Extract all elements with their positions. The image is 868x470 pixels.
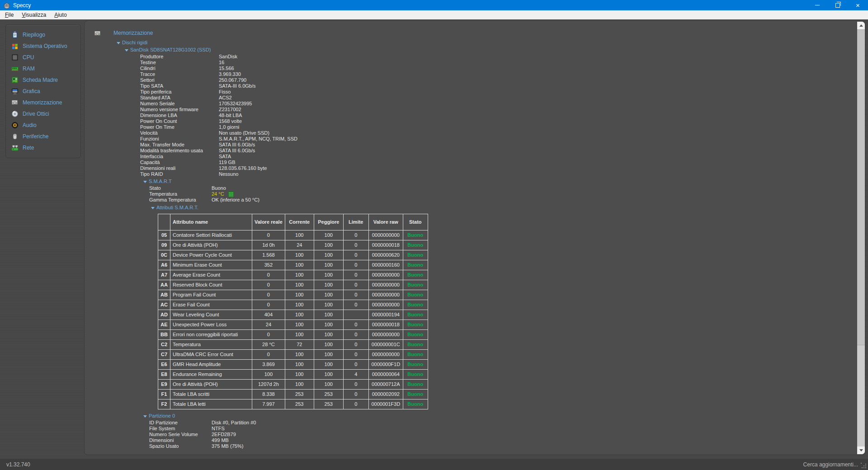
menu-aiuto[interactable]: Aiuto	[50, 11, 71, 19]
sidebar-item-memorizzazione[interactable]: Memorizzazione	[6, 97, 80, 108]
property-label: Dimensioni reali	[140, 165, 219, 171]
property-row-file-system: File SystemNTFS	[149, 426, 857, 432]
attr-name: Wear Leveling Count	[170, 310, 252, 320]
smart-attribute-row: C2Temperatura28 °C721000000000001CBuono	[158, 340, 428, 350]
attr-name: Ore di Attività (POH)	[170, 380, 252, 390]
check-updates-link[interactable]: Cerca aggiornamenti...	[803, 461, 858, 468]
attr-value: 100	[285, 350, 314, 360]
attr-status: Buono	[403, 260, 428, 270]
attr-value: 253	[285, 400, 314, 409]
attr-value: 0000000000	[368, 330, 403, 340]
attr-id: AA	[158, 280, 170, 290]
restore-button[interactable]	[827, 0, 848, 10]
attr-value: 100	[314, 370, 343, 380]
attr-name: UltraDMA CRC Error Count	[170, 350, 252, 360]
close-button[interactable]: ×	[848, 0, 868, 10]
attr-value: 352	[252, 260, 285, 270]
scroll-down-button[interactable]	[857, 446, 865, 454]
attr-id: A6	[158, 260, 170, 270]
close-icon: ×	[856, 2, 860, 9]
storage-icon	[94, 29, 101, 37]
menu-file[interactable]: File	[1, 11, 18, 19]
tree-node-smart[interactable]: S.M.A.R.T	[143, 178, 857, 184]
attr-id: BB	[158, 330, 170, 340]
sidebar-item-periferiche[interactable]: Periferiche	[6, 131, 80, 142]
attr-value: 0000000000	[368, 270, 403, 280]
clipboard-icon	[11, 31, 19, 38]
vertical-scrollbar[interactable]	[857, 22, 865, 454]
sidebar-item-label: Riepilogo	[23, 32, 45, 38]
property-value: 24 °C	[212, 191, 234, 197]
scroll-up-button[interactable]	[857, 22, 865, 29]
sidebar-item-label: Rete	[23, 145, 34, 151]
tree-node-partizione-0[interactable]: Partizione 0	[143, 413, 857, 419]
attr-name: Device Power Cycle Count	[170, 250, 252, 260]
attr-value: 100	[285, 320, 314, 330]
attr-value: 100	[314, 330, 343, 340]
sidebar-item-label: Scheda Madre	[23, 77, 58, 83]
attr-status: Buono	[403, 380, 428, 390]
sidebar-item-cpu[interactable]: CPU	[6, 52, 80, 63]
attr-value: 0	[252, 230, 285, 240]
property-label: ID Partizione	[149, 420, 212, 426]
disk-properties: ProduttoreSanDiskTestine16Cilindri15.566…	[140, 54, 857, 177]
smart-attribute-row: A7Average Erase Count010010000000000000B…	[158, 270, 428, 280]
sidebar-item-rete[interactable]: Rete	[6, 142, 80, 153]
speaker-icon	[11, 121, 19, 129]
smart-attribute-row: E9Ore di Attività (POH)1207d 2h100100000…	[158, 380, 428, 390]
attr-value: 100	[314, 340, 343, 350]
scrollbar-thumb[interactable]	[857, 29, 865, 345]
speccy-app-icon	[3, 2, 10, 9]
smart-attributes-title: Attributi S.M.A.R.T.	[156, 205, 198, 211]
property-value: 250.067.790	[219, 77, 246, 83]
property-label: Produttore	[140, 54, 219, 60]
window-controls: ×	[807, 0, 868, 10]
attr-value: 0000000160	[368, 260, 403, 270]
attr-value: 0000000000	[368, 280, 403, 290]
attr-value: 0	[343, 260, 368, 270]
attr-id: AD	[158, 310, 170, 320]
attr-value: 0	[343, 380, 368, 390]
property-row-max-transfer-mode: Max. Transfer ModeSATA III 6.0Gb/s	[140, 142, 857, 148]
sidebar-item-riepilogo[interactable]: Riepilogo	[6, 29, 80, 40]
attr-name: Unexpected Power Loss	[170, 320, 252, 330]
column-header-corrente: Corrente	[285, 214, 314, 230]
property-value: ACS2	[219, 95, 232, 101]
property-label: Velocità	[140, 130, 219, 136]
smart-attribute-row: BBErrori non correggibili riportati01001…	[158, 330, 428, 340]
sidebar-item-label: RAM	[23, 66, 35, 72]
property-label: Dimensione LBA	[140, 113, 219, 118]
collapse-arrow-icon	[151, 207, 155, 209]
property-row-power-on-time: Power On Time1,0 giorni	[140, 124, 857, 130]
attr-value: 000000712A	[368, 380, 403, 390]
menu-visualizza[interactable]: Visualizza	[18, 11, 50, 19]
attr-id: AB	[158, 290, 170, 300]
sidebar-item-grafica[interactable]: Grafica	[6, 85, 80, 97]
attr-value: 24	[252, 320, 285, 330]
minimize-button[interactable]	[807, 0, 827, 10]
attr-value: 100	[314, 260, 343, 270]
resize-grip-icon[interactable]	[861, 463, 867, 469]
sidebar-item-scheda-madre[interactable]: Scheda Madre	[6, 74, 80, 85]
property-value: 16	[219, 60, 224, 66]
sidebar: RiepilogoSistema OperativoCPURAMScheda M…	[5, 24, 81, 158]
sidebar-item-ram[interactable]: RAM	[6, 63, 80, 74]
network-icon	[11, 144, 19, 151]
sidebar-item-sistema-operativo[interactable]: Sistema Operativo	[6, 40, 80, 52]
attr-status: Buono	[403, 290, 428, 300]
storage-icon	[11, 99, 19, 106]
tree-node-disk[interactable]: SanDisk SD8SNAT128G1002 (SSD)	[125, 47, 857, 53]
attr-value: 100	[252, 370, 285, 380]
property-label: Power On Count	[140, 118, 219, 124]
attr-value: 0000000000	[368, 290, 403, 300]
attr-name: Erase Fail Count	[170, 300, 252, 310]
sidebar-item-audio[interactable]: Audio	[6, 119, 80, 131]
tree-node-dischi-rigidi[interactable]: Dischi rigidi	[117, 39, 857, 46]
sidebar-item-label: CPU	[23, 54, 34, 61]
attr-name: Reserved Block Count	[170, 280, 252, 290]
tree-node-attributi-smart[interactable]: Attributi S.M.A.R.T.	[151, 204, 857, 211]
smart-attribute-row: ADWear Leveling Count4041001000000000194…	[158, 310, 428, 320]
sidebar-item-drive-ottici[interactable]: Drive Ottici	[6, 108, 80, 119]
attr-value: 100	[314, 230, 343, 240]
sidebar-item-label: Grafica	[23, 88, 40, 94]
